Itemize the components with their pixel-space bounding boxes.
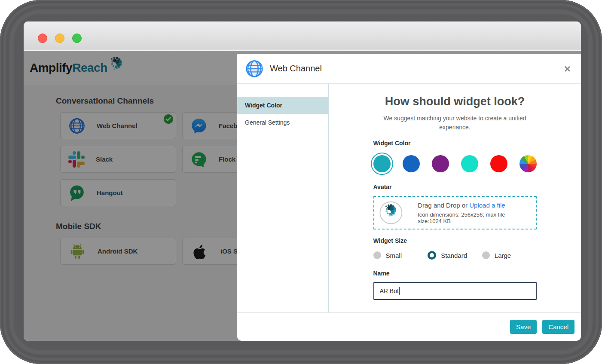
swatch-color-wheel[interactable]	[519, 155, 537, 172]
modal-title: Web Channel	[270, 64, 322, 73]
modal-body: Widget Color General Settings How should…	[237, 84, 581, 312]
widget-color-label: Widget Color	[373, 140, 537, 147]
radio-standard-circle[interactable]	[428, 251, 436, 260]
avatar-label: Avatar	[373, 184, 537, 190]
avatar-sphere-icon	[379, 200, 403, 225]
maximize-window-button[interactable]	[72, 34, 82, 43]
radio-small-label: Small	[386, 252, 402, 259]
radio-small[interactable]: Small	[373, 251, 428, 259]
minimize-window-button[interactable]	[55, 34, 64, 43]
radio-large-circle[interactable]	[482, 251, 490, 259]
radio-small-circle[interactable]	[373, 251, 381, 259]
widget-size-label: Widget Size	[373, 237, 537, 244]
save-button[interactable]: Save	[510, 320, 537, 334]
dropzone-text: Drag and Drop or Upload a file Icon dime…	[418, 202, 530, 224]
upload-file-link[interactable]: Upload a file	[469, 202, 505, 209]
swatch-turquoise[interactable]	[461, 155, 478, 172]
cancel-button[interactable]: Cancel	[542, 320, 574, 334]
color-swatches	[373, 155, 537, 172]
window-titlebar	[24, 21, 581, 50]
tab-widget-color[interactable]: Widget Color	[237, 97, 328, 114]
swatch-purple[interactable]	[432, 155, 449, 172]
modal-header: Web Channel ×	[237, 54, 581, 84]
hero-subtitle: We suggest matching your website to crea…	[379, 114, 531, 132]
radio-large-label: Large	[495, 252, 511, 259]
name-input[interactable]: AR Bot	[373, 282, 537, 300]
swatch-teal[interactable]	[373, 155, 391, 172]
radio-standard-label: Standard	[441, 252, 467, 259]
globe-icon	[245, 59, 264, 78]
modal-main: How should widget look? We suggest match…	[329, 84, 581, 312]
radio-standard[interactable]: Standard	[428, 251, 482, 260]
text-caret	[399, 287, 400, 295]
name-input-value: AR Bot	[380, 288, 399, 294]
device-frame: AmplifyReach Conversational Channels	[0, 0, 602, 364]
swatch-red[interactable]	[490, 155, 507, 172]
avatar-hint-text: Icon dimensions: 256x256; max file size:…	[418, 211, 530, 224]
modal-sidebar: Widget Color General Settings	[237, 84, 329, 312]
name-label: Name	[373, 270, 537, 277]
modal-footer: Save Cancel	[237, 312, 581, 341]
swatch-blue[interactable]	[403, 155, 420, 172]
drag-drop-text: Drag and Drop or	[418, 202, 469, 209]
radio-large[interactable]: Large	[482, 251, 537, 259]
widget-size-radios: Small Standard Large	[373, 251, 537, 260]
avatar-dropzone[interactable]: Drag and Drop or Upload a file Icon dime…	[373, 196, 537, 229]
close-window-button[interactable]	[38, 34, 47, 43]
page: AmplifyReach Conversational Channels	[24, 51, 581, 341]
close-icon[interactable]: ×	[564, 63, 571, 74]
tab-general-settings[interactable]: General Settings	[237, 114, 328, 131]
app-window: AmplifyReach Conversational Channels	[24, 21, 581, 341]
web-channel-modal: Web Channel × Widget Color General Setti…	[237, 54, 581, 341]
hero-title: How should widget look?	[329, 95, 581, 108]
